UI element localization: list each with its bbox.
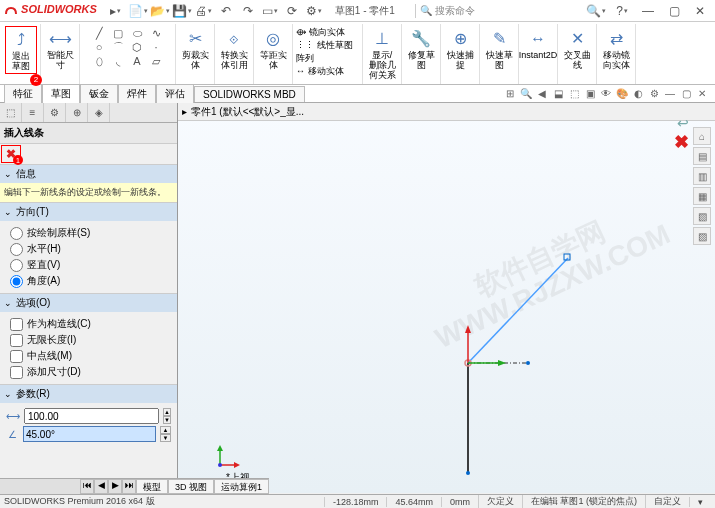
save-icon[interactable]: 💾 xyxy=(172,2,192,20)
print-icon[interactable]: 🖨 xyxy=(194,2,214,20)
info-header[interactable]: 信息 xyxy=(0,165,177,183)
undo-icon[interactable]: ↶ xyxy=(216,2,236,20)
ang-up-icon[interactable]: ▲ xyxy=(160,426,171,434)
new-icon[interactable]: 📄 xyxy=(128,2,148,20)
close-icon[interactable]: ✕ xyxy=(690,2,710,20)
restore-icon[interactable]: ▢ xyxy=(664,2,684,20)
angle-input[interactable] xyxy=(23,426,156,442)
display-style-icon[interactable]: ▣ xyxy=(583,88,597,99)
view-orient-icon[interactable]: ⬚ xyxy=(567,88,581,99)
tab-prev-icon[interactable]: ◀ xyxy=(94,479,108,494)
search-box[interactable]: 🔍 搜索命令 xyxy=(415,4,479,18)
pattern-button[interactable]: ⋮⋮ 线性草图阵列 xyxy=(296,39,359,65)
ang-down-icon[interactable]: ▼ xyxy=(160,434,171,442)
cross-curve-button[interactable]: ✕交叉曲线 xyxy=(561,26,593,72)
quick-sketch-button[interactable]: ✎快速草图 xyxy=(483,26,515,72)
instant2d-icon: ↔ xyxy=(526,28,550,50)
zoom-fit-icon[interactable]: ⊞ xyxy=(503,88,517,99)
opt-midpoint[interactable]: 中点线(M) xyxy=(6,349,171,363)
orient-as-sketched[interactable]: 按绘制原样(S) xyxy=(6,226,171,240)
tab-evaluate[interactable]: 评估 xyxy=(156,84,194,103)
scene-icon[interactable]: 🎨 xyxy=(615,88,629,99)
orient-horizontal[interactable]: 水平(H) xyxy=(6,242,171,256)
tab-first-icon[interactable]: ⏮ xyxy=(80,479,94,494)
graphics-area[interactable]: ▸ 零件1 (默认<<默认>_显... ↩ ✖ ⌂ ▤ ▥ ▦ ▧ ▨ 软件自学… xyxy=(178,103,715,493)
section-icon[interactable]: ⬓ xyxy=(551,88,565,99)
length-input[interactable] xyxy=(24,408,159,424)
move-mirror-button[interactable]: ⇄移动镜向实体 xyxy=(600,26,632,72)
bottom-tab-3dview[interactable]: 3D 视图 xyxy=(168,479,214,494)
slot-icon[interactable]: ⬭ xyxy=(128,26,146,40)
apply-scene-icon[interactable]: ◐ xyxy=(631,88,645,99)
restore-child-icon[interactable]: ▢ xyxy=(679,88,693,99)
hide-show-icon[interactable]: 👁 xyxy=(599,88,613,99)
app-logo: SOLIDWORKS xyxy=(4,3,97,17)
corner-rect-icon[interactable]: ▢ xyxy=(109,26,127,40)
pm-tab-property-icon[interactable]: ≡ xyxy=(22,103,44,122)
tab-sheetmetal[interactable]: 钣金 xyxy=(80,84,118,103)
status-menu-icon[interactable]: ▾ xyxy=(689,497,711,507)
trim-button[interactable]: ✂剪裁实体 xyxy=(179,26,211,72)
quick-snap-button[interactable]: ⊕快速捕捉 xyxy=(444,26,476,72)
minimize-child-icon[interactable]: — xyxy=(663,88,677,99)
fillet-icon[interactable]: ◟ xyxy=(109,54,127,68)
open-icon[interactable]: 📂 xyxy=(150,2,170,20)
spline-icon[interactable]: ∿ xyxy=(147,26,165,40)
pm-tab-config-icon[interactable]: ⚙ xyxy=(44,103,66,122)
tab-features[interactable]: 特征 xyxy=(4,84,42,103)
rebuild-icon[interactable]: ⟳ xyxy=(282,2,302,20)
search-filter-icon[interactable]: 🔍 xyxy=(586,2,606,20)
smart-dimension-button[interactable]: ⟷ 智能尺寸 xyxy=(44,26,76,72)
tab-weldments[interactable]: 焊件 xyxy=(118,84,156,103)
orientation-header[interactable]: 方向(T) xyxy=(0,203,177,221)
file-menu-icon[interactable]: ▸ xyxy=(106,2,126,20)
options-header[interactable]: 选项(O) xyxy=(0,294,177,312)
arc-icon[interactable]: ⌒ xyxy=(109,40,127,54)
bottom-tab-model[interactable]: 模型 xyxy=(136,479,168,494)
status-z: 0mm xyxy=(441,497,478,507)
select-icon[interactable]: ▭ xyxy=(260,2,280,20)
pm-cancel-button[interactable]: ✖ 1 xyxy=(1,145,21,163)
pm-tab-display-icon[interactable]: ◈ xyxy=(88,103,110,122)
tab-mbd[interactable]: SOLIDWORKS MBD xyxy=(194,86,305,102)
offset-button[interactable]: ◎等距实体 xyxy=(257,26,289,72)
instant2d-button[interactable]: ↔Instant2D xyxy=(522,26,554,62)
tab-next-icon[interactable]: ▶ xyxy=(108,479,122,494)
move-button[interactable]: ↔ 移动实体 xyxy=(296,65,344,78)
show-relations-button[interactable]: ⊥显示/删除几何关系 xyxy=(366,26,398,82)
pm-tab-dimx-icon[interactable]: ⊕ xyxy=(66,103,88,122)
tab-last-icon[interactable]: ⏭ xyxy=(122,479,136,494)
tab-sketch[interactable]: 草图 xyxy=(42,84,80,104)
opt-infinite[interactable]: 无限长度(I) xyxy=(6,333,171,347)
pm-tab-feature-icon[interactable]: ⬚ xyxy=(0,103,22,122)
view-settings-icon[interactable]: ⚙ xyxy=(647,88,661,99)
orient-angle[interactable]: 角度(A) xyxy=(6,274,171,288)
svg-marker-8 xyxy=(465,325,471,333)
prev-view-icon[interactable]: ◀ xyxy=(535,88,549,99)
ellipse-icon[interactable]: ⬯ xyxy=(90,54,108,68)
convert-button[interactable]: ⟐转换实体引用 xyxy=(218,26,250,72)
status-custom[interactable]: 自定义 xyxy=(645,495,689,508)
zoom-area-icon[interactable]: 🔍 xyxy=(519,88,533,99)
redo-icon[interactable]: ↷ xyxy=(238,2,258,20)
options-icon[interactable]: ⚙ xyxy=(304,2,324,20)
bottom-tab-motion[interactable]: 运动算例1 xyxy=(214,479,269,494)
minimize-icon[interactable]: — xyxy=(638,2,658,20)
len-up-icon[interactable]: ▲ xyxy=(163,408,171,416)
orient-vertical[interactable]: 竖直(V) xyxy=(6,258,171,272)
circle-icon[interactable]: ○ xyxy=(90,40,108,54)
mirror-button[interactable]: ⟴ 镜向实体 xyxy=(296,26,345,39)
help-icon[interactable]: ? xyxy=(612,2,632,20)
point-icon[interactable]: · xyxy=(147,40,165,54)
len-down-icon[interactable]: ▼ xyxy=(163,416,171,424)
exit-sketch-button[interactable]: ⤴ 退出草图 2 xyxy=(5,26,37,74)
params-header[interactable]: 参数(R) xyxy=(0,385,177,403)
opt-add-dim[interactable]: 添加尺寸(D) xyxy=(6,365,171,379)
line-icon[interactable]: ╱ xyxy=(90,26,108,40)
close-child-icon[interactable]: ✕ xyxy=(695,88,709,99)
polygon-icon[interactable]: ⬡ xyxy=(128,40,146,54)
plane-icon[interactable]: ▱ xyxy=(147,54,165,68)
repair-button[interactable]: 🔧修复草图 xyxy=(405,26,437,72)
text-icon[interactable]: A xyxy=(128,54,146,68)
opt-construction[interactable]: 作为构造线(C) xyxy=(6,317,171,331)
